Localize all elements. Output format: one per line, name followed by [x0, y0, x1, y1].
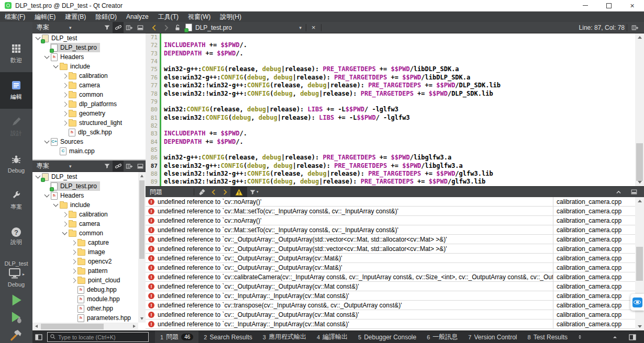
- filter-icon[interactable]: ▾: [247, 186, 261, 198]
- output-tab-編譯輸出[interactable]: 4編譯輸出: [312, 331, 353, 343]
- mode-item-說明[interactable]: ?說明: [0, 219, 32, 255]
- expand-arrow-icon[interactable]: [70, 269, 77, 273]
- expand-arrow-icon[interactable]: [61, 222, 68, 226]
- issue-row[interactable]: !undefined reference to `cv::transpose(c…: [146, 301, 635, 310]
- tree-item[interactable]: common: [32, 228, 138, 238]
- tree-item[interactable]: pattern: [32, 266, 138, 276]
- hide-panel-icon[interactable]: [135, 22, 146, 33]
- tree-item[interactable]: hdlp_sdk.hpp: [32, 128, 146, 137]
- filter-icon[interactable]: [102, 22, 113, 33]
- lock-icon[interactable]: [172, 22, 183, 33]
- tree-vertical-scrollbar[interactable]: [138, 172, 146, 323]
- run-button[interactable]: [7, 294, 25, 308]
- mode-item-設計[interactable]: 設計: [0, 109, 32, 145]
- debug-run-button[interactable]: [7, 311, 25, 326]
- issue-row[interactable]: !undefined reference to `cv::noArray()'c…: [146, 197, 635, 207]
- issue-row[interactable]: !undefined reference to `cv::noArray()'c…: [146, 216, 635, 225]
- menu-item[interactable]: 建置(B): [60, 12, 91, 22]
- mode-item-Debug[interactable]: Debug: [0, 145, 32, 182]
- kit-selector[interactable]: DLP_test ▸ Debug: [4, 260, 28, 288]
- tree-item[interactable]: hHeaders: [32, 191, 138, 200]
- tree-item[interactable]: hmodule.hpp: [32, 294, 138, 304]
- tree-item[interactable]: DLP_test.pro: [32, 181, 138, 191]
- tree-item[interactable]: hparameters.hpp: [32, 313, 138, 323]
- previous-issue-button[interactable]: [208, 186, 219, 198]
- close-button[interactable]: ×: [620, 0, 644, 12]
- collapse-arrow-icon[interactable]: [34, 37, 41, 39]
- code-area[interactable]: 7172INCLUDEPATH += $$PWD/.73DEPENDPATH +…: [146, 33, 635, 186]
- tree-item[interactable]: hHeaders: [32, 52, 146, 62]
- filter-icon[interactable]: [102, 161, 113, 172]
- issue-row[interactable]: !undefined reference to `cv::Mat::setTo(…: [146, 207, 635, 216]
- issue-row[interactable]: !undefined reference to `cv::_OutputArra…: [146, 310, 635, 319]
- expand-arrow-icon[interactable]: [61, 102, 68, 106]
- teamviewer-overlay[interactable]: [630, 294, 644, 311]
- collapse-arrow-icon[interactable]: [52, 204, 59, 206]
- tree-item[interactable]: calibration: [32, 71, 146, 81]
- tree-item[interactable]: camera: [32, 219, 138, 228]
- output-tab-Debugger Console[interactable]: 5Debugger Console: [353, 331, 421, 343]
- menu-item[interactable]: 除錯(D): [91, 12, 121, 22]
- collapse-arrow-icon[interactable]: [43, 141, 50, 143]
- back-button[interactable]: [149, 22, 160, 33]
- minimize-button[interactable]: [573, 0, 597, 12]
- tree-item[interactable]: include: [32, 200, 138, 210]
- forward-button[interactable]: [160, 22, 172, 33]
- toggle-sidebar-icon[interactable]: [32, 331, 45, 343]
- tree-item[interactable]: hdebug.hpp: [32, 285, 138, 294]
- tree-item[interactable]: DLP_test.pro: [32, 43, 146, 52]
- expand-arrow-icon[interactable]: [70, 250, 77, 254]
- toggle-right-sidebar-icon[interactable]: [626, 331, 639, 343]
- issue-row[interactable]: !undefined reference to `cv::_OutputArra…: [146, 244, 635, 254]
- mode-item-專案[interactable]: 專案: [0, 182, 32, 219]
- tree-item[interactable]: DLP_test: [32, 33, 146, 43]
- menu-item[interactable]: 視窗(W): [183, 12, 215, 22]
- expand-arrow-icon[interactable]: [70, 279, 77, 282]
- dropdown-arrow-icon[interactable]: ▾: [69, 25, 72, 30]
- next-issue-button[interactable]: [219, 186, 230, 198]
- split-icon[interactable]: [124, 161, 135, 172]
- collapse-arrow-icon[interactable]: [52, 65, 59, 67]
- issue-row[interactable]: !undefined reference to `cv::calibrateCa…: [146, 272, 635, 282]
- issue-row[interactable]: !undefined reference to `cv::_OutputArra…: [146, 263, 635, 272]
- tree-item[interactable]: point_cloud: [32, 276, 138, 285]
- hide-panel-icon[interactable]: [628, 186, 640, 198]
- menu-item[interactable]: 編輯(E): [30, 12, 60, 22]
- split-icon[interactable]: [124, 22, 135, 33]
- tree-item[interactable]: common: [32, 90, 146, 99]
- tree-item[interactable]: camera: [32, 81, 146, 90]
- tree-item[interactable]: opencv2: [32, 257, 138, 266]
- mode-item-歡迎[interactable]: 歡迎: [0, 36, 32, 72]
- collapse-arrow-icon[interactable]: [61, 232, 68, 234]
- expand-arrow-icon[interactable]: [70, 241, 77, 245]
- tree-item[interactable]: geometry: [32, 109, 146, 118]
- output-tab-一般訊息[interactable]: 6一般訊息: [421, 331, 463, 343]
- tree-item[interactable]: include: [32, 62, 146, 71]
- tree-item[interactable]: C+Sources: [32, 137, 146, 146]
- issue-row[interactable]: !undefined reference to `cv::_OutputArra…: [146, 235, 635, 244]
- expand-arrow-icon[interactable]: [61, 121, 68, 125]
- split-editor-icon[interactable]: [629, 22, 641, 33]
- expand-arrow-icon[interactable]: [61, 93, 68, 97]
- issue-row[interactable]: !undefined reference to `cv::_OutputArra…: [146, 254, 635, 263]
- close-document-button[interactable]: ×: [308, 24, 319, 31]
- output-tab-應用程式輸出[interactable]: 3應用程式輸出: [258, 331, 312, 343]
- pane-updown-icon[interactable]: [575, 331, 585, 343]
- tree-item[interactable]: dlp_platforms: [32, 99, 146, 109]
- issue-row[interactable]: !undefined reference to `cv::_InputArray…: [146, 319, 635, 329]
- expand-arrow-icon[interactable]: [61, 213, 68, 216]
- link-editor-icon[interactable]: [113, 161, 124, 172]
- tree-item[interactable]: calibration: [32, 210, 138, 219]
- tree-item[interactable]: capture: [32, 238, 138, 247]
- expand-arrow-icon[interactable]: [70, 260, 77, 264]
- menu-item[interactable]: Analyze: [121, 12, 153, 22]
- restore-button[interactable]: [597, 0, 620, 12]
- link-editor-icon[interactable]: [113, 22, 124, 33]
- issue-row[interactable]: !undefined reference to `cv::Mat::setTo(…: [146, 225, 635, 235]
- expand-panel-button[interactable]: [613, 186, 624, 198]
- build-button[interactable]: [7, 328, 25, 343]
- output-tab-Test Results[interactable]: 8Test Results: [523, 331, 573, 343]
- menu-item[interactable]: 檔案(F): [0, 12, 30, 22]
- tree-horizontal-scrollbar[interactable]: [32, 323, 138, 330]
- tree-item[interactable]: structured_light: [32, 118, 146, 128]
